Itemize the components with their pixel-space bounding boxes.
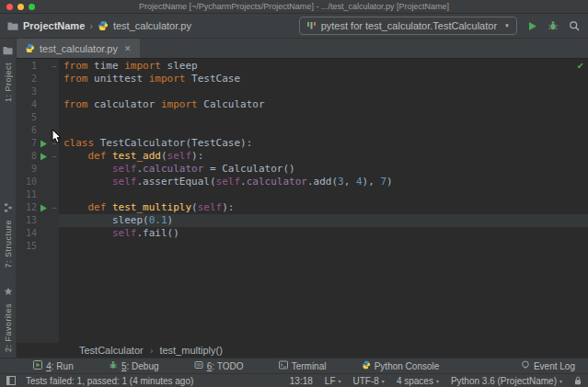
fold-icon[interactable]: − (50, 60, 59, 73)
run-test-gutter-icon[interactable] (38, 150, 50, 163)
code-text[interactable] (59, 240, 588, 253)
toolwindow-debug-button[interactable]: 5: Debug (81, 359, 167, 373)
tab-label: test_calculator.py (40, 43, 118, 54)
fold-slot (50, 188, 59, 201)
gutter-icon-slot (38, 85, 50, 98)
code-text[interactable] (59, 111, 588, 124)
event-log-button[interactable]: Event Log (493, 359, 582, 373)
fold-slot (50, 111, 59, 124)
code-line-8: 8− def test_add(self): (17, 150, 588, 163)
toolwindow-terminal-button[interactable]: Terminal (250, 359, 333, 373)
gutter: 13 (17, 214, 59, 227)
inspection-status-icon[interactable]: ✔ (577, 60, 583, 72)
mouse-cursor (52, 129, 63, 144)
lock-icon[interactable] (574, 376, 582, 385)
fold-icon[interactable]: − (50, 201, 59, 214)
nav-toolbar: pytest for test_calculator.TestCalculato… (299, 17, 581, 35)
toolwindow-label: Event Log (534, 361, 575, 371)
toolwindow-label: Python Console (375, 361, 440, 371)
chevron-down-icon: ▼ (504, 23, 510, 28)
zoom-window-button[interactable] (29, 4, 35, 10)
search-everywhere-icon[interactable] (569, 20, 581, 32)
toolwindow-toggle-icon[interactable] (6, 376, 16, 385)
gutter: 12− (17, 201, 59, 214)
toolwindow-run-button[interactable]: 4: Run (6, 359, 81, 373)
line-number: 3 (17, 85, 37, 98)
encoding-widget[interactable]: UTF-8 ▾ (353, 376, 385, 386)
code-text[interactable]: from calculator import Calculator (59, 98, 588, 111)
run-configuration-select[interactable]: pytest for test_calculator.TestCalculato… (299, 17, 517, 35)
toolwindow-todo-button[interactable]: 6: TODO (167, 359, 251, 373)
debug-button[interactable] (548, 20, 559, 31)
code-text[interactable]: self.fail() (59, 227, 588, 240)
code-text[interactable]: def test_add(self): (59, 150, 588, 163)
gutter-icon-slot (38, 227, 50, 240)
line-number: 4 (17, 98, 37, 111)
gutter: 15 (17, 240, 59, 253)
code-text[interactable] (59, 124, 588, 137)
toolwindow-python-console-button[interactable]: Python Console (333, 359, 446, 373)
run-test-gutter-icon[interactable] (38, 201, 50, 214)
code-text[interactable]: self.calculator = Calculator() (59, 163, 588, 176)
gutter: 4 (17, 98, 59, 111)
python-file-icon (98, 20, 109, 31)
fold-slot (50, 85, 59, 98)
indent-widget[interactable]: 4 spaces ▾ (397, 376, 439, 386)
fold-icon[interactable]: − (50, 150, 59, 163)
code-line-4: 4from calculator import Calculator (17, 98, 588, 111)
stripe-item-project[interactable]: 1: Project (3, 42, 13, 102)
status-widgets: 13:18 LF ▾ UTF-8 ▾ 4 spaces ▾ Python 3.6… (290, 376, 582, 386)
close-icon[interactable]: ✕ (124, 44, 132, 53)
code-editor[interactable]: 1−from time import sleep2from unittest i… (17, 59, 588, 343)
code-line-13: 13 sleep(0.1) (17, 214, 588, 227)
tab-test-calculator[interactable]: test_calculator.py ✕ (17, 39, 140, 58)
pycharm-window: ProjectName [~/PycharmProjects/ProjectNa… (0, 0, 588, 387)
nav-file-item[interactable]: test_calculator.py (113, 20, 191, 31)
python-file-icon (25, 43, 35, 53)
status-message[interactable]: Tests failed: 1, passed: 1 (4 minutes ag… (26, 376, 193, 386)
code-line-6: 6 (17, 124, 588, 137)
code-line-7: 7−class TestCalculator(TestCase): (17, 137, 588, 150)
code-text[interactable] (59, 85, 588, 98)
code-text[interactable] (59, 188, 588, 201)
toolwindow-label: Terminal (292, 361, 327, 371)
favorites-toolwindow-icon (4, 283, 13, 300)
code-text[interactable]: sleep(0.1) (59, 214, 588, 227)
gutter-icon-slot (38, 98, 50, 111)
fold-slot (50, 176, 59, 188)
line-separator-widget[interactable]: LF ▾ (325, 376, 341, 386)
code-text[interactable]: class TestCalculator(TestCase): (59, 137, 588, 150)
caret-position-widget[interactable]: 13:18 (290, 376, 313, 386)
code-text[interactable]: from time import sleep (59, 60, 588, 73)
code-line-15: 15 (17, 240, 588, 253)
fold-slot (50, 163, 59, 176)
toolwindow-bar: 4: Run 5: Debug 6: TODO Terminal Python … (0, 358, 588, 373)
stripe-item-favorites[interactable]: 2: Favorites (4, 283, 13, 352)
run-test-gutter-icon[interactable] (38, 137, 50, 150)
stripe-item-structure[interactable]: 7: Structure (4, 199, 13, 268)
code-text[interactable]: self.assertEqual(self.calculator.add(3, … (59, 176, 588, 188)
fold-slot (50, 240, 59, 253)
close-window-button[interactable] (6, 4, 13, 10)
run-button[interactable] (527, 21, 537, 31)
gutter: 5 (17, 111, 59, 124)
gutter-icon-slot (38, 163, 50, 176)
title-bar: ProjectName [~/PycharmProjects/ProjectNa… (0, 0, 588, 14)
project-folder-icon (7, 21, 18, 31)
nav-project-item[interactable]: ProjectName (23, 20, 85, 31)
code-lines: 1−from time import sleep2from unittest i… (17, 59, 588, 253)
structure-toolwindow-icon (4, 199, 13, 216)
minimize-window-button[interactable] (17, 4, 24, 10)
main-area: 1: Project 7: Structure 2: Favorites (0, 39, 588, 358)
line-number: 7 (17, 137, 37, 150)
code-text[interactable]: def test_multiply(self): (59, 201, 588, 214)
code-text[interactable]: from unittest import TestCase (59, 73, 588, 85)
line-number: 15 (17, 240, 37, 253)
gutter: 11 (17, 188, 59, 201)
chevron-down-icon: ▾ (382, 378, 385, 384)
stripe-label: 1: Project (4, 63, 13, 102)
gutter-icon-slot (38, 60, 50, 73)
toolwindow-label: : Debug (127, 361, 159, 371)
interpreter-widget[interactable]: Python 3.6 (ProjectName) ▾ (451, 376, 562, 386)
line-number: 12 (17, 201, 37, 214)
